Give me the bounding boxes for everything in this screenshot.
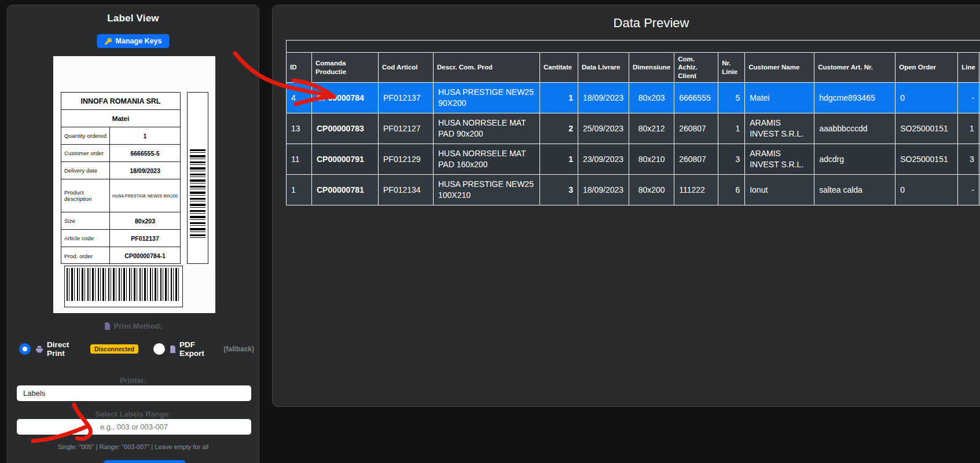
column-header: ID [287,53,312,83]
table-cell: PF012127 [379,113,434,144]
horizontal-barcode [64,266,183,307]
table-row[interactable]: 11CP00000791PF012129HUSA NORRSELE MAT PA… [287,144,980,175]
print-button[interactable] [104,460,186,463]
label-customer: Matei [61,110,180,127]
print-method-options: Direct Print Disconnected PDF Export (fa… [19,340,254,358]
data-preview-table: IDComanda ProductieCod ArticolDescr. Com… [286,40,980,205]
table-cell: 80x210 [629,144,674,175]
label-row-label: Customer order [61,145,110,161]
table-cell: PF012134 [379,175,434,205]
table-cell: 1 [540,83,578,113]
table-cell: CP00000791 [312,144,379,175]
table-cell: CP00000783 [312,113,379,144]
table-row[interactable]: 13CP00000783PF012127HUSA NORRSELE MAT PA… [287,113,980,144]
label-spec-rows: Quantity ordered1Customer order6666555-5… [61,127,180,264]
label-row-label: Delivery date [61,162,110,179]
printer-input[interactable] [17,385,251,401]
table-cell: ARAMIS INVEST S.R.L. [745,144,814,175]
table-header-row: IDComanda ProductieCod ArticolDescr. Com… [287,53,980,83]
table-cell: 3 [958,144,979,175]
label-row-value: 1 [110,127,180,144]
column-header: Descr. Com. Prod [434,53,540,83]
direct-print-radio[interactable] [19,343,31,355]
label-row: Product descriptionHUSA PRESTIGE NEW25 9… [61,179,180,212]
table-cell: 80x200 [629,175,674,205]
table-row[interactable]: 4CP00000784PF012137HUSA PRESTIGE NEW25 9… [287,83,980,113]
label-row-value: 6666555-5 [110,145,180,161]
label-row: Prod. orderCP00000784-1 [61,247,180,264]
column-header: Line [958,53,979,83]
page-title: Label View [8,13,259,24]
column-header: Dimensiune [629,53,674,83]
table-cell: Ionut [745,175,814,205]
printer-label: Printer: [8,376,259,385]
direct-print-option[interactable]: Direct Print Disconnected [35,340,138,358]
vertical-barcode [187,92,208,264]
table-cell: 6666555 [674,83,718,113]
table-cell: 3 [718,144,745,175]
key-icon [105,38,112,45]
label-row: Size80x203 [61,212,180,230]
column-header: Nr. Linie [718,53,745,83]
label-row-label: Prod. order [61,247,110,264]
table-cell: 18/09/2023 [578,175,629,205]
label-view-panel: Label View Manage Keys INNOFA ROMANIA SR… [7,5,259,463]
table-cell: saltea calda [814,175,895,205]
table-cell: 260807 [674,144,718,175]
table-cell: 25/09/2023 [578,113,629,144]
print-method-label: Print Method: [8,322,259,330]
label-row-label: Product description [61,179,110,212]
table-cell: 5 [718,83,745,113]
column-header: Com. Achiz. Client [674,53,718,83]
vertical-barcode-stripes [190,149,205,238]
label-preview: INNOFA ROMANIA SRL Matei Quantity ordere… [53,56,215,313]
labels-range-input[interactable] [17,419,251,435]
label-row-value: 80x203 [110,212,180,229]
document-icon [170,346,176,353]
table-cell: CP00000784 [312,83,379,113]
data-preview-title: Data Preview [273,16,980,31]
column-header: Data Livrare [578,53,629,83]
table-cell: SO25000151 [895,113,958,144]
label-row: Quantity ordered1 [61,127,180,145]
table-cell: 6 [718,175,745,205]
horizontal-barcode-stripes [67,268,181,301]
label-company: INNOFA ROMANIA SRL [61,93,180,110]
label-row: Article codePF012137 [61,230,180,247]
pdf-export-label: PDF Export [179,340,220,358]
column-header: Customer Art. Nr. [814,53,895,83]
table-cell: ARAMIS INVEST S.R.L. [745,113,814,144]
labels-range-hint: Single: "005" | Range: "003-007" | Leave… [8,443,259,450]
direct-print-label: Direct Print [47,340,87,358]
table-cell: 3 [540,175,578,205]
table-cell: CP00000781 [312,175,379,205]
label-row-label: Size [61,212,110,229]
label-row: Delivery date18/09/2023 [61,162,180,179]
table-cell: 4 [287,83,312,113]
table-cell: 1 [958,113,979,144]
table-cell: 18/09/2023 [578,83,629,113]
table-cell: 80x212 [629,113,674,144]
pdf-export-radio[interactable] [153,343,165,355]
manage-keys-button[interactable]: Manage Keys [97,34,170,48]
table-spacer-row [287,41,980,53]
data-preview-panel: Data Preview IDComanda ProductieCod Arti… [272,5,980,407]
table-cell: - [958,175,979,205]
table-cell: 1 [540,144,578,175]
table-cell: 11 [287,144,312,175]
column-header: Customer Name [745,53,814,83]
printer-icon [35,346,43,353]
labels-range-label: Select Labels Range: [8,410,259,418]
label-row-value: HUSA PRESTIGE NEW25 90X200 [110,179,180,212]
table-row[interactable]: 1CP00000781PF012134HUSA PRESTIGE NEW25 1… [287,175,980,205]
pdf-export-option[interactable]: PDF Export (fallback) [170,340,254,358]
table-cell: SO25000151 [895,144,958,175]
table-cell: adcdrg [814,144,895,175]
column-header: Cod Articol [379,53,434,83]
table-cell: Matei [745,83,814,113]
column-header: Cantitate [540,53,578,83]
label-row-value: PF012137 [110,230,180,247]
table-cell: HUSA NORRSELE MAT PAD 160x200 [434,144,540,175]
table-cell: 1 [287,175,312,205]
table-cell: 1 [718,113,745,144]
